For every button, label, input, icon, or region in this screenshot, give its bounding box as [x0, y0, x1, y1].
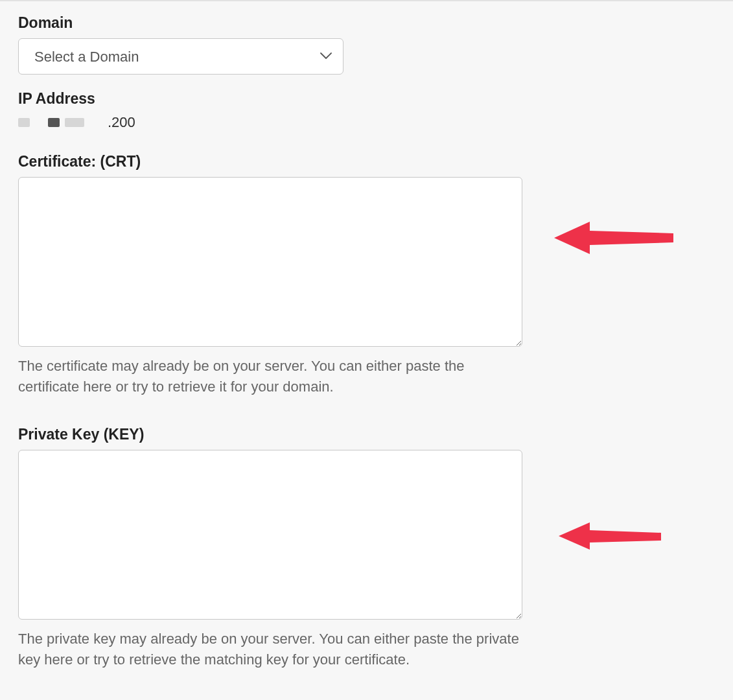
redacted-block — [48, 118, 60, 127]
certificate-label: Certificate: (CRT) — [18, 153, 715, 170]
domain-select[interactable]: Select a Domain — [18, 38, 343, 75]
certificate-help-text: The certificate may already be on your s… — [18, 356, 522, 397]
domain-field-group: Domain Select a Domain — [18, 14, 715, 75]
ip-address-field-group: IP Address .200 — [18, 90, 715, 131]
private-key-textarea[interactable] — [18, 450, 522, 620]
private-key-section: Private Key (KEY) The private key may al… — [18, 426, 715, 670]
ip-address-visible-suffix: .200 — [108, 114, 135, 131]
redacted-block — [18, 118, 30, 127]
certificate-section: Certificate: (CRT) The certificate may a… — [18, 153, 715, 397]
domain-label: Domain — [18, 14, 715, 32]
domain-select-wrap: Select a Domain — [18, 38, 343, 75]
certificate-textarea[interactable] — [18, 177, 522, 347]
redacted-block — [65, 118, 84, 127]
ip-address-label: IP Address — [18, 90, 715, 108]
private-key-help-text: The private key may already be on your s… — [18, 629, 522, 670]
ip-address-value-row: .200 — [18, 114, 715, 131]
private-key-label: Private Key (KEY) — [18, 426, 715, 443]
